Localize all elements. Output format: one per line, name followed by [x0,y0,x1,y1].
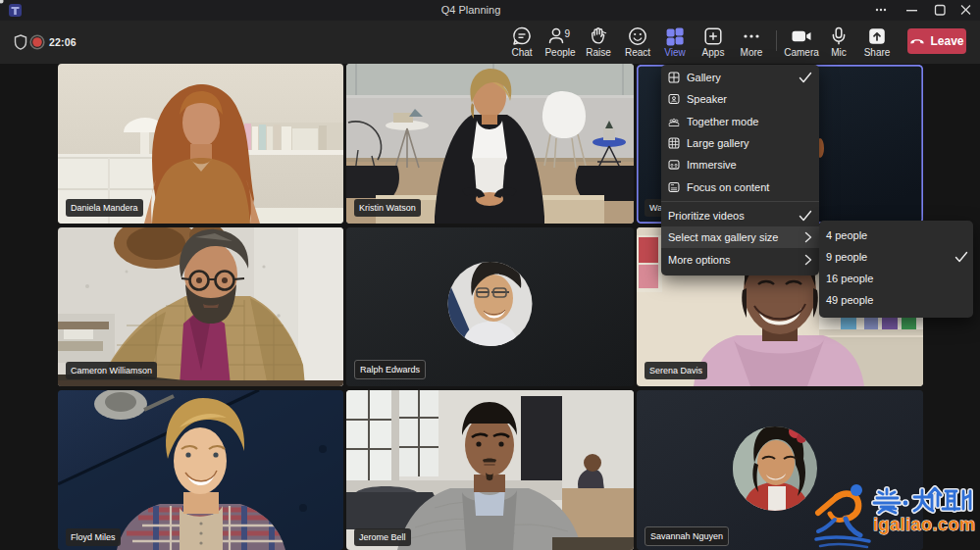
svg-text:9: 9 [565,28,571,39]
svg-text:igaliao.com: igaliao.com [873,515,976,534]
